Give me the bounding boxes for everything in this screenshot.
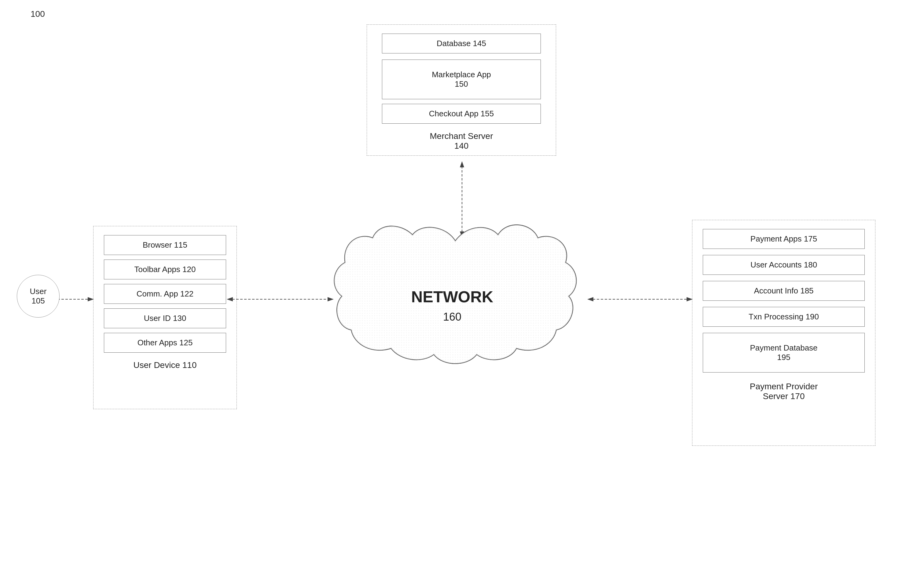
marketplace-app-box: Marketplace App150	[382, 60, 541, 99]
user-id-box: User ID 130	[104, 309, 226, 328]
merchant-server-label: Merchant Server140	[367, 131, 556, 151]
comm-app-box: Comm. App 122	[104, 284, 226, 304]
user-device-label: User Device 110	[93, 360, 237, 370]
svg-text:160: 160	[443, 310, 461, 323]
user-node: User 105	[17, 275, 60, 318]
network-cloud: NETWORK 160	[327, 217, 602, 388]
user-accounts-box: User Accounts 180	[703, 255, 865, 275]
user-label: User	[30, 287, 47, 296]
figure-number: 100	[31, 9, 45, 19]
user-number: 105	[30, 296, 47, 306]
payment-apps-box: Payment Apps 175	[703, 229, 865, 249]
other-apps-box: Other Apps 125	[104, 333, 226, 353]
browser-box: Browser 115	[104, 235, 226, 255]
svg-text:NETWORK: NETWORK	[411, 288, 494, 306]
toolbar-apps-box: Toolbar Apps 120	[104, 259, 226, 279]
txn-processing-box: Txn Processing 190	[703, 307, 865, 327]
checkout-app-box: Checkout App 155	[382, 104, 541, 123]
payment-database-box: Payment Database195	[703, 333, 865, 372]
payment-provider-label: Payment ProviderServer 170	[692, 382, 875, 401]
account-info-box: Account Info 185	[703, 281, 865, 301]
database-box: Database 145	[382, 34, 541, 53]
